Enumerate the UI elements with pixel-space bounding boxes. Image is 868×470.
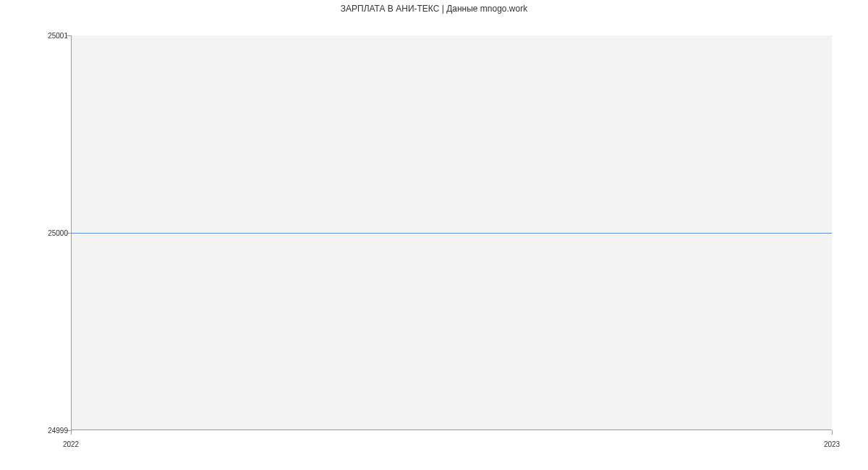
y-tick-label: 24999: [48, 427, 68, 435]
y-tick-label: 25000: [48, 229, 68, 237]
data-line: [72, 233, 832, 234]
x-tick: [71, 430, 72, 435]
chart-title: ЗАРПЛАТА В АНИ-ТЕКС | Данные mnogo.work: [0, 4, 868, 14]
plot-area: [71, 35, 832, 430]
x-tick: [832, 430, 833, 435]
x-tick-label: 2022: [63, 440, 79, 448]
x-tick-label: 2023: [824, 440, 840, 448]
y-tick-label: 25001: [48, 32, 68, 40]
